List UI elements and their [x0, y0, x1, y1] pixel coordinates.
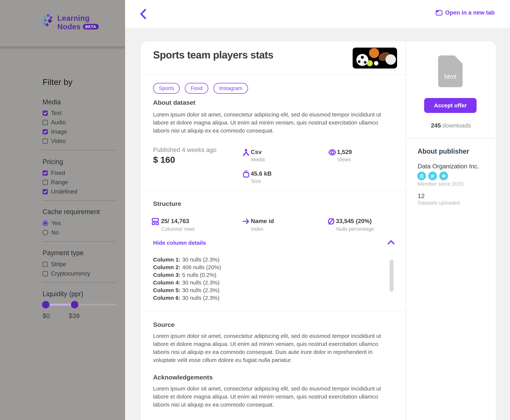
- sidebar-header-shadow: [0, 46, 125, 50]
- health-badge-icon: [439, 172, 448, 180]
- bank-badge-icon: [417, 172, 426, 180]
- filter-option-cryptocurrency[interactable]: Cryptocurrency: [43, 270, 90, 277]
- about-publisher-heading: About publisher: [418, 148, 469, 155]
- top-bar: Open in a new tab: [125, 0, 510, 28]
- tag-food[interactable]: Food: [185, 83, 208, 94]
- price: $ 160: [153, 155, 175, 165]
- acknowledgements-text: Lorem ipsum dolor sit amet, consectetur …: [153, 384, 394, 409]
- filter-group-cache: Cache requirement: [43, 208, 100, 216]
- size-icon: [242, 170, 250, 178]
- volleyball-shape: [385, 54, 396, 65]
- sidebar-divider: [43, 150, 116, 150]
- member-since: Member since 2020: [418, 181, 464, 187]
- baseball-shape: [374, 61, 378, 66]
- filter-option-cache-no[interactable]: No: [43, 229, 59, 236]
- filter-option-video[interactable]: Video: [43, 138, 66, 144]
- filter-option-audio[interactable]: Audio: [43, 119, 66, 126]
- views-icon: [328, 148, 336, 157]
- source-text: Lorem ipsum dolor sit amet, consectetur …: [153, 332, 394, 364]
- open-in-new-tab-link[interactable]: Open in a new tab: [435, 9, 495, 16]
- publisher-badges: [417, 172, 448, 180]
- column-detail-row: Column 5:30 nulls (2.3%): [153, 286, 221, 294]
- slider-min-value: $0: [43, 312, 50, 320]
- filter-option-image[interactable]: Image: [43, 128, 67, 135]
- structure-heading: Structure: [153, 200, 181, 207]
- checkbox-checked-icon: [43, 170, 48, 176]
- column-details-scrollbar[interactable]: [390, 260, 394, 292]
- accept-offer-button[interactable]: Accept offer: [424, 98, 477, 113]
- content-panel: Sports team players stats Sports Food In…: [141, 41, 496, 420]
- filter-option-text[interactable]: Text: [43, 110, 62, 116]
- filter-option-fixed[interactable]: Fixed: [43, 170, 65, 176]
- column-detail-row: Column 3:5 nulls (0.2%): [153, 271, 221, 279]
- index-arrow-icon: [242, 217, 250, 225]
- logo-wordmark: Learning Nodes BETA: [57, 14, 99, 31]
- filter-group-media: Media: [43, 98, 61, 106]
- slider-handle-max[interactable]: [71, 301, 78, 308]
- filter-group-payment: Payment type: [43, 249, 84, 257]
- filter-option-cache-yes[interactable]: Yes: [43, 220, 61, 227]
- new-tab-icon: [435, 9, 442, 16]
- views-value: 1,529: [337, 149, 352, 156]
- dataset-thumbnail: [353, 48, 397, 68]
- checkbox-icon: [43, 271, 48, 276]
- tag-instagram[interactable]: Instagram: [213, 83, 248, 94]
- chevron-up-icon[interactable]: [387, 239, 395, 246]
- open-in-new-tab-label: Open in a new tab: [445, 9, 495, 16]
- source-heading: Source: [153, 321, 174, 328]
- basketball-shape: [369, 48, 379, 58]
- liquidity-label: Liquidity (ppr): [43, 290, 83, 298]
- back-button[interactable]: [139, 8, 148, 20]
- filter-group-pricing: Pricing: [43, 158, 63, 166]
- page-title: Sports team players stats: [153, 49, 273, 61]
- offer-sidebar: html Accept offer 245downloads About pub…: [406, 41, 496, 420]
- checkbox-checked-icon: [43, 189, 48, 194]
- logo-icon: [42, 14, 54, 30]
- logo-word-2: Nodes: [57, 22, 81, 31]
- soccer-ball-shape: [356, 54, 368, 66]
- column-detail-row: Column 1:30 nulls (2.3%): [153, 256, 221, 263]
- index-value: Name id: [251, 218, 274, 225]
- beta-badge: BETA: [83, 24, 99, 30]
- dataset-detail: Sports team players stats Sports Food In…: [141, 41, 406, 420]
- datasets-uploaded-count: 12: [418, 192, 425, 200]
- radio-icon: [43, 230, 48, 235]
- views-label: Views: [337, 157, 351, 163]
- nulls-icon: [327, 217, 335, 225]
- file-icon: html: [438, 55, 463, 87]
- chevron-left-icon: [139, 8, 148, 20]
- checkbox-checked-icon: [43, 111, 48, 116]
- downloads-stat: 245downloads: [406, 122, 496, 129]
- tag-sports[interactable]: Sports: [153, 83, 180, 94]
- columns-rows-label: Columns/ rows: [161, 226, 195, 232]
- nulls-label: Nulls percentage: [336, 226, 374, 232]
- checkbox-icon: [43, 180, 48, 185]
- downloads-label: downloads: [442, 122, 471, 129]
- media-type-value: Csv: [251, 149, 262, 156]
- filter-option-stripe[interactable]: Stripe: [43, 261, 66, 268]
- publisher-name: Data Organization Inc.: [418, 163, 479, 170]
- file-fold-corner: [454, 55, 463, 64]
- liquidity-slider[interactable]: [43, 300, 117, 309]
- filter-option-undefined[interactable]: Undefined: [43, 188, 77, 195]
- filter-option-range[interactable]: Range: [43, 179, 68, 186]
- datasets-uploaded-label: Datasets uploaded: [418, 200, 460, 206]
- about-dataset-text: Lorem ipsum dolor sit amet, consectetur …: [153, 111, 394, 135]
- size-label: Size: [251, 179, 261, 184]
- app-logo[interactable]: Learning Nodes BETA: [42, 14, 99, 31]
- section-divider: [141, 190, 406, 191]
- filter-title: Filter by: [43, 77, 72, 87]
- checkbox-icon: [43, 262, 48, 267]
- column-detail-row: Column 4:30 nulls (2.3%): [153, 279, 221, 286]
- column-details-list: Column 1:30 nulls (2.3%) Column 2:406 nu…: [153, 256, 221, 302]
- size-value: 45.6 kB: [251, 170, 272, 177]
- column-detail-row: Column 2:406 nulls (20%): [153, 263, 221, 271]
- about-dataset-heading: About dataset: [153, 99, 195, 106]
- slider-max-value: $39: [69, 312, 80, 320]
- sidebar-divider: [43, 241, 116, 242]
- slider-handle-min[interactable]: [42, 301, 49, 308]
- columns-rows-value: 25/ 14,763: [161, 218, 189, 225]
- hide-column-details-link[interactable]: Hide column details: [153, 240, 206, 246]
- nulls-value: 33,545 (20%): [336, 218, 372, 225]
- section-divider: [406, 138, 496, 139]
